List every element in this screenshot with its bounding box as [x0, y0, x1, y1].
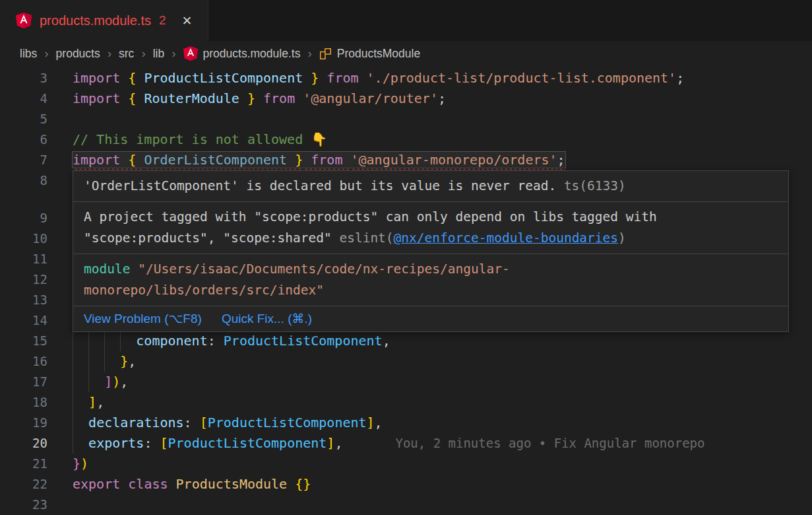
code-token [73, 353, 120, 369]
error-hover-popup: 'OrderListComponent' is declared but its… [73, 170, 789, 332]
editor[interactable]: 3import { ProductListComponent } from '.… [0, 66, 812, 515]
code-line-7[interactable]: 7import { OrderListComponent } from '@an… [0, 150, 812, 170]
code-line-3[interactable]: 3import { ProductListComponent } from '.… [0, 68, 812, 88]
breadcrumb-item-src[interactable]: src [119, 47, 134, 61]
code-token: : [144, 435, 160, 451]
code-line-6[interactable]: 6// This import is not allowed 👇 [0, 129, 812, 150]
line-content: import { OrderListComponent } from '@ang… [73, 150, 812, 170]
hover-module-info: module "/Users/isaac/Documents/code/nx-r… [73, 254, 788, 306]
breadcrumb-item-libs[interactable]: libs [20, 47, 37, 61]
code-token: ProductsModule [176, 476, 296, 492]
line-content: component: ProductListComponent, [73, 331, 812, 351]
code-token: , [383, 333, 390, 349]
breadcrumb-label: ProductsModule [337, 47, 420, 61]
indent-guide [104, 331, 105, 351]
code-line-15[interactable]: 15 component: ProductListComponent, [0, 331, 812, 351]
code-token: [ [200, 415, 208, 430]
breadcrumb-item-lib[interactable]: lib [153, 47, 165, 61]
code-token [73, 415, 88, 430]
breadcrumb-label: products.module.ts [203, 47, 301, 61]
breadcrumb-separator: › [141, 46, 145, 61]
code-line-19[interactable]: 19 declarations: [ProductListComponent], [0, 413, 812, 433]
breadcrumb-item-productsmodule[interactable]: ProductsModule [319, 47, 420, 61]
code-token: import [73, 152, 128, 168]
breadcrumb-item-products-module-ts[interactable]: products.module.ts [183, 46, 301, 61]
breadcrumb-label: lib [153, 47, 165, 61]
line-number: 3 [0, 68, 73, 88]
code-token [73, 394, 88, 410]
code-line-20[interactable]: 20 exports: [ProductListComponent],You, … [0, 433, 812, 454]
indent-guide [73, 331, 73, 351]
line-number: 12 [0, 269, 73, 290]
code-line-5[interactable]: 5 [0, 109, 812, 129]
indent-guide [73, 413, 73, 433]
code-token: { [128, 90, 144, 106]
code-line-16[interactable]: 16 }, [0, 351, 812, 372]
eslint-rule-link[interactable]: @nx/enforce-module-boundaries [394, 230, 618, 246]
breadcrumb-separator: › [108, 46, 111, 61]
line-content: declarations: [ProductListComponent], [73, 413, 812, 433]
code-token: class [128, 476, 175, 492]
code-line-21[interactable]: 21}) [0, 454, 812, 474]
quick-fix-action[interactable]: Quick Fix... (⌘.) [222, 310, 312, 327]
code-token: {} [295, 476, 311, 492]
eslint-message-line-2: "scope:products", "scope:shared" eslint(… [84, 228, 778, 249]
line-number: 11 [0, 249, 73, 269]
line-content: }) [73, 454, 812, 474]
module-info-line-2: monorepo/libs/orders/src/index" [84, 280, 778, 301]
eslint-source-close: ) [618, 230, 626, 246]
line-content: ]), [73, 372, 812, 392]
indent-guide [73, 433, 73, 454]
code-line-23[interactable]: 23 [0, 495, 812, 515]
code-line-18[interactable]: 18 ], [0, 392, 812, 413]
code-token: ; [438, 90, 446, 106]
view-problem-action[interactable]: View Problem (⌥F8) [84, 310, 202, 327]
code-token: , [96, 394, 104, 410]
tab-close-icon[interactable]: ✕ [178, 12, 197, 30]
indent-guide [88, 331, 89, 351]
line-content: exports: [ProductListComponent],You, 2 m… [73, 433, 812, 454]
line-content [73, 495, 812, 515]
code-token: , [334, 435, 342, 451]
code-token: ] [327, 435, 334, 451]
code-line-22[interactable]: 22export class ProductsModule {} [0, 474, 812, 495]
indent-guide [104, 351, 105, 372]
code-line-17[interactable]: 17 ]), [0, 372, 812, 392]
code-token: { [128, 70, 144, 86]
code-token: './product-list/product-list.component' [367, 70, 677, 86]
tab-problems-badge: 2 [159, 13, 166, 28]
code-token: exports [88, 435, 144, 451]
module-info-line-1: module "/Users/isaac/Documents/code/nx-r… [84, 259, 778, 280]
code-token: , [120, 374, 128, 390]
hover-eslint-error: A project tagged with "scope:products" c… [73, 202, 788, 254]
angular-file-icon [183, 46, 198, 61]
line-number: 20 [0, 433, 73, 454]
indent-guide [73, 351, 73, 372]
line-content: }, [73, 351, 812, 372]
tab-products-module[interactable]: products.module.ts 2 ✕ [0, 0, 208, 41]
code-token: from [319, 70, 366, 86]
breadcrumb-label: src [119, 47, 134, 61]
eslint-message-line-1: A project tagged with "scope:products" c… [84, 207, 778, 228]
code-token: } [73, 456, 80, 471]
code-token: { [128, 152, 144, 168]
breadcrumb-separator: › [44, 46, 48, 61]
line-number: 10 [0, 228, 73, 249]
code-token: [ [160, 435, 168, 451]
code-token: , [375, 415, 383, 430]
code-line-4[interactable]: 4import { RouterModule } from '@angular/… [0, 88, 812, 109]
code-token: ] [104, 374, 112, 390]
indent-guide [120, 331, 121, 351]
line-content: import { ProductListComponent } from './… [73, 68, 812, 88]
ts-error-code: ts(6133) [556, 178, 626, 193]
code-token: : [184, 415, 200, 430]
code-token: ProductListComponent [168, 435, 327, 451]
eslint-source-open: eslint( [339, 230, 393, 246]
tab-label: products.module.ts [40, 13, 151, 28]
line-content: export class ProductsModule {} [73, 474, 812, 495]
code-token: OrderListComponent [144, 152, 287, 168]
tab-bar: products.module.ts 2 ✕ [0, 0, 812, 41]
code-token: : [208, 333, 224, 349]
breadcrumb-item-products[interactable]: products [56, 47, 100, 61]
line-number: 17 [0, 372, 73, 392]
